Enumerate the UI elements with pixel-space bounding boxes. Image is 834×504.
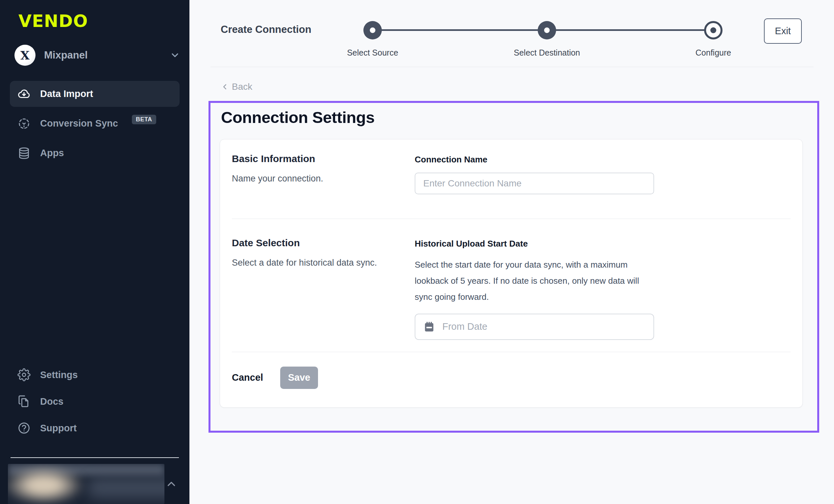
workspace-selector[interactable]: X Mixpanel (15, 45, 180, 66)
sidebar-item-data-import[interactable]: Data Import (10, 81, 179, 107)
sidebar-item-docs[interactable]: Docs (10, 390, 179, 413)
sidebar: VENDO X Mixpanel Data Import (0, 0, 190, 504)
from-date-input[interactable]: From Date (415, 314, 654, 340)
connection-name-label: Connection Name (415, 155, 654, 165)
settings-card: Basic Information Name your connection. … (220, 139, 803, 408)
section-heading-date-selection: Date Selection (232, 237, 415, 248)
sidebar-item-label: Settings (40, 370, 78, 380)
exit-button[interactable]: Exit (764, 18, 802, 44)
sidebar-nav: Data Import Conversion Sync BETA (10, 81, 179, 170)
sidebar-item-support[interactable]: Support (10, 416, 179, 440)
page-title: Connection Settings (221, 108, 803, 127)
sidebar-item-apps[interactable]: Apps (10, 140, 179, 166)
cancel-button[interactable]: Cancel (232, 372, 263, 383)
step-dot-select-destination (538, 21, 556, 40)
section-description-date-selection: Select a date for historical data sync. (232, 258, 415, 268)
beta-badge: BETA (132, 115, 156, 124)
sidebar-item-label: Apps (40, 148, 64, 158)
calendar-icon (423, 321, 435, 333)
historical-upload-help-text: Select the start date for your data sync… (415, 257, 645, 305)
section-description-basic-information: Name your connection. (232, 174, 415, 184)
sidebar-item-conversion-sync[interactable]: Conversion Sync BETA (10, 110, 179, 136)
sidebar-item-label: Support (40, 423, 76, 434)
step-label-select-source: Select Source (347, 48, 398, 58)
sync-icon (17, 117, 31, 130)
wizard-header: Create Connection Select Source Select D… (211, 0, 814, 67)
sidebar-divider (10, 457, 179, 458)
database-icon (17, 147, 31, 160)
form-actions: Cancel Save (220, 352, 803, 407)
step-label-configure: Configure (696, 48, 731, 58)
connection-name-input[interactable] (415, 173, 654, 194)
section-heading-basic-information: Basic Information (232, 153, 415, 165)
wizard-title: Create Connection (221, 24, 311, 36)
gear-icon (17, 368, 31, 381)
stepper: Select Source Select Destination Configu… (364, 21, 723, 64)
main-area: Create Connection Select Source Select D… (190, 0, 834, 504)
app-window: VENDO X Mixpanel Data Import (0, 0, 834, 504)
step-label-select-destination: Select Destination (514, 48, 580, 58)
blurred-user-info (8, 464, 164, 504)
sidebar-spacer (0, 170, 190, 363)
vendo-logo: VENDO (18, 11, 190, 31)
back-link[interactable]: Back (221, 82, 252, 92)
user-account-area[interactable] (8, 464, 178, 504)
connection-settings-panel: Connection Settings Basic Information Na… (208, 101, 819, 433)
save-button[interactable]: Save (280, 367, 318, 389)
workspace-name: Mixpanel (44, 49, 88, 61)
back-label: Back (232, 82, 252, 92)
sidebar-item-settings[interactable]: Settings (10, 363, 179, 387)
chevron-down-icon (170, 50, 180, 61)
chevron-up-icon[interactable] (165, 478, 178, 490)
step-dot-select-source (364, 21, 382, 40)
from-date-placeholder: From Date (442, 321, 487, 332)
basic-information-section: Basic Information Name your connection. … (220, 139, 803, 219)
mixpanel-logo-avatar: X (15, 45, 36, 66)
date-selection-section: Date Selection Select a date for histori… (220, 219, 803, 352)
cloud-download-icon (17, 87, 31, 101)
chevron-left-icon (221, 83, 229, 91)
sidebar-item-label: Conversion Sync (40, 118, 118, 129)
historical-upload-start-date-label: Historical Upload Start Date (415, 239, 654, 249)
step-dot-configure (704, 21, 723, 40)
sidebar-item-label: Docs (40, 396, 64, 407)
sidebar-footer-nav: Settings Docs Support (10, 363, 179, 443)
sidebar-item-label: Data Import (40, 88, 93, 99)
help-icon (17, 421, 31, 435)
docs-icon (17, 395, 31, 408)
